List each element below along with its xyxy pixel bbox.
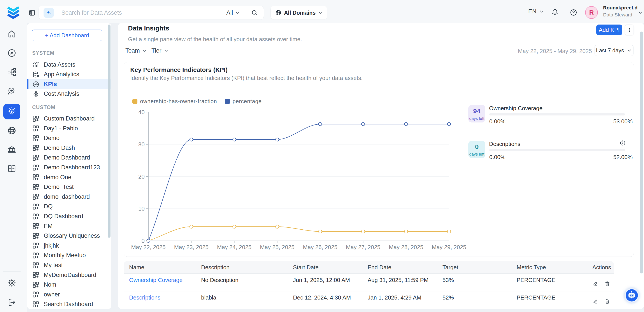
cell-description: No Description — [201, 274, 238, 286]
team-filter[interactable]: Team — [126, 45, 147, 56]
cell-end-date: Jan 1, 2025, 4:29 AM — [368, 291, 422, 304]
sidebar-item-mydemodashboard[interactable]: MyDemoDashboard — [27, 270, 111, 280]
search-input[interactable]: Search for Data Assets — [62, 10, 226, 16]
sidebar-scrollbar[interactable] — [108, 25, 110, 238]
governance-bank-icon — [7, 145, 17, 154]
chat-bot-button[interactable] — [624, 288, 639, 302]
sidebar-toggle-icon[interactable] — [29, 10, 36, 16]
search-scope-dropdown[interactable]: All — [226, 10, 240, 16]
sidebar-item-domo-dashboard[interactable]: domo_dashboard — [27, 192, 111, 202]
more-options-icon[interactable] — [625, 25, 634, 35]
dashboard-add-icon — [32, 183, 40, 191]
sidebar-item-custom-dashboard[interactable]: Custom Dashboard — [27, 114, 111, 124]
kpi-progress-bar — [489, 113, 625, 115]
kpi-progress-bar — [489, 149, 625, 151]
all-domains-label: All Domains — [284, 10, 316, 16]
edit-pencil-icon[interactable] — [592, 298, 598, 304]
observability-icon — [7, 86, 17, 96]
user-name: Rounakpreet.d — [603, 6, 638, 11]
sidebar-item-label: EM — [44, 223, 53, 230]
rail-item-lineage[interactable] — [3, 64, 20, 80]
sidebar-item-demo-dashboard[interactable]: Demo Dashboard — [27, 153, 111, 163]
sidebar-item-demo[interactable]: Demo — [27, 133, 111, 143]
info-circle-icon[interactable] — [620, 140, 626, 146]
kpi-name-link[interactable]: Ownership Coverage — [129, 277, 182, 283]
cell-actions — [592, 274, 610, 291]
rail-item-docs-book[interactable] — [3, 161, 20, 177]
sidebar-item-demo-one[interactable]: demo One — [27, 173, 111, 182]
sidebar-item-label: jhkjhk — [44, 242, 59, 249]
search-icon[interactable] — [251, 9, 258, 16]
rail-item-globe[interactable] — [3, 123, 20, 138]
rail-item-settings-gear[interactable] — [3, 275, 20, 291]
sidebar-item-demo-dashboard123[interactable]: Demo Dashboard123 — [27, 163, 111, 173]
dashboard-add-icon — [32, 262, 40, 269]
sidebar-item-owner[interactable]: owner — [27, 290, 111, 299]
add-dashboard-button[interactable]: + Add Dashboard — [32, 30, 102, 41]
delete-trash-icon[interactable] — [604, 298, 610, 304]
sidebar-item-kpis[interactable]: KPIs — [27, 79, 111, 89]
dashboard-add-icon — [32, 271, 40, 279]
kpi-name-link[interactable]: Descriptions — [129, 294, 160, 301]
edit-pencil-icon[interactable] — [592, 281, 598, 287]
days-left-badge: 0days left — [468, 141, 485, 158]
divider — [57, 9, 57, 17]
dashboard-add-icon — [32, 203, 40, 210]
sidebar-item-nom[interactable]: Nom — [27, 280, 111, 290]
language-selector[interactable]: EN — [528, 0, 544, 23]
tier-filter[interactable]: Tier — [152, 45, 169, 56]
sidebar-item-dq[interactable]: DQ — [27, 202, 111, 211]
all-domains-dropdown[interactable]: All Domains — [270, 6, 327, 20]
sidebar-item-glossary-uniqueness[interactable]: Glossary Uniqueness — [27, 231, 111, 241]
kpi-gauge-icon — [32, 81, 40, 88]
sidebar-item-app-analytics[interactable]: App Analytics — [27, 69, 111, 79]
rail-item-home[interactable] — [3, 26, 20, 42]
rail-item-compass[interactable] — [3, 45, 20, 61]
docs-book-icon — [7, 164, 17, 174]
sidebar-item-label: KPIs — [44, 81, 57, 88]
dashboard-add-icon — [32, 115, 40, 122]
global-search[interactable]: Search for Data Assets All — [38, 6, 264, 20]
sidebar-item-cost-analysis[interactable]: Cost Analysis — [27, 89, 111, 99]
main-panel: Data Insights Get a single pane view of … — [118, 23, 644, 309]
sidebar-item-label: Demo Dash — [44, 145, 75, 151]
svg-text:May 29, 2025: May 29, 2025 — [432, 244, 466, 250]
date-range-text: May 22, 2025 - May 29, 2025 — [518, 48, 592, 55]
dashboard-add-icon — [32, 174, 40, 181]
add-kpi-button[interactable]: Add KPI — [596, 25, 622, 35]
rail-item-observability[interactable] — [3, 83, 20, 99]
rail-item-insights-bulb[interactable] — [3, 104, 20, 119]
sidebar-item-jhkjhk[interactable]: jhkjhk — [27, 241, 111, 251]
question-circle-icon[interactable] — [570, 9, 577, 16]
rail-item-logout[interactable] — [3, 294, 20, 310]
chevron-down-icon — [164, 48, 169, 53]
date-range-select[interactable]: Last 7 days — [594, 45, 634, 56]
ai-sparkles-icon[interactable] — [44, 8, 54, 18]
dashboard-add-icon — [32, 164, 40, 171]
sidebar-item-em[interactable]: EM — [27, 221, 111, 231]
sidebar-item-data-assets[interactable]: Data Assets — [27, 60, 111, 70]
kpi-progress-target: 53.00% — [613, 118, 632, 125]
dashboard-add-icon — [32, 193, 40, 201]
app-logo-icon[interactable] — [7, 6, 20, 19]
svg-text:20: 20 — [138, 173, 145, 180]
sidebar-item-demo-dash[interactable]: Demo Dash — [27, 143, 111, 153]
sidebar-item-day1-pablo[interactable]: Day1 - Pablo — [27, 124, 111, 133]
kpi-progress-target: 52.00% — [613, 154, 632, 161]
sidebar-item-demo-test[interactable]: Demo_Test — [27, 182, 111, 192]
sidebar-section-custom: CUSTOM — [32, 104, 55, 110]
page-scrollbar[interactable] — [640, 32, 643, 273]
user-menu[interactable]: Rounakpreet.d Data Steward — [603, 6, 638, 17]
chevron-down-icon[interactable] — [637, 10, 643, 16]
sidebar-item-monthly-meetuo[interactable]: Monthly Meetuo — [27, 250, 111, 260]
sidebar-item-label: owner — [44, 291, 60, 298]
sidebar-item-my-test[interactable]: My test — [27, 260, 111, 270]
sidebar-item-search-dashboard[interactable]: Search Dashboard — [27, 299, 111, 309]
rail-item-governance-bank[interactable] — [3, 142, 20, 158]
sidebar-item-dq-dashboard[interactable]: DQ Dashboard — [27, 211, 111, 221]
cell-metric-type: PERCENTAGE — [517, 291, 556, 304]
avatar[interactable]: R — [585, 6, 598, 19]
bell-icon[interactable] — [551, 8, 559, 16]
delete-trash-icon[interactable] — [604, 281, 610, 287]
svg-text:0: 0 — [142, 237, 145, 244]
